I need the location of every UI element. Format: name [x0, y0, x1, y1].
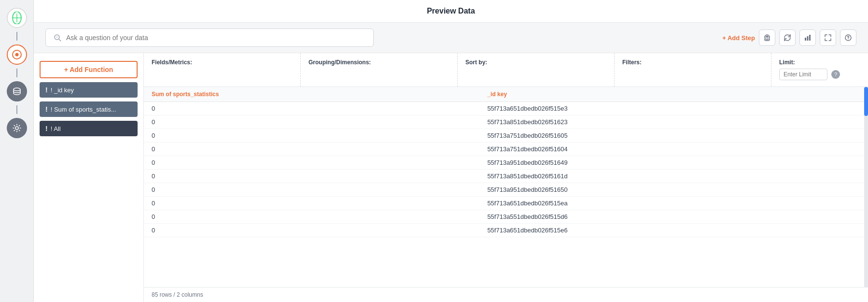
toolbar-row: + Add Step [34, 23, 868, 53]
add-function-button[interactable]: + Add Function [40, 61, 138, 78]
ai-search-icon [53, 33, 62, 43]
table-row: 055f713a851dbedb026f51623 [144, 115, 868, 129]
cell-id: 55f713a851dbedb026f5161d [479, 170, 868, 183]
fields-label: Fields/Metrics: [152, 59, 293, 66]
limit-input[interactable] [779, 69, 827, 80]
logo-icon[interactable] [7, 8, 27, 28]
expand-button[interactable] [820, 29, 836, 46]
sort-label: Sort by: [465, 59, 606, 66]
fields-section: Fields/Metrics: [144, 53, 301, 86]
col-id-key[interactable]: _id key [479, 87, 868, 102]
svg-point-14 [848, 39, 849, 40]
cell-sum: 0 [144, 115, 479, 129]
chart-button[interactable] [799, 29, 816, 46]
table-row: 055f713a751dbedb026f51605 [144, 129, 868, 143]
exclamation-icon: ! [45, 105, 48, 113]
cell-id: 55f713a951dbedb026f51650 [479, 183, 868, 197]
upload-icon [763, 34, 771, 42]
scroll-thumb [864, 87, 868, 116]
function-item-id-key[interactable]: ! ! _id key [40, 82, 138, 98]
table-row: 055f713a951dbedb026f51649 [144, 156, 868, 170]
cell-sum: 0 [144, 129, 479, 143]
nav-connector-1 [16, 32, 17, 41]
chart-icon [804, 34, 812, 42]
cell-sum: 0 [144, 197, 479, 210]
grouping-label: Grouping/Dimensions: [308, 59, 449, 66]
cell-sum: 0 [144, 102, 479, 115]
data-table-wrap: Sum of sports_statistics _id key 055f713… [144, 87, 868, 287]
cell-id: 55f713a951dbedb026f51649 [479, 156, 868, 170]
cell-id: 55f713a651dbedb026f515e3 [479, 102, 868, 115]
cell-sum: 0 [144, 170, 479, 183]
search-input[interactable] [66, 34, 366, 42]
function-item-sum-sports[interactable]: ! ! Sum of sports_statis... [40, 101, 138, 117]
toolbar-right: + Add Step [722, 29, 856, 46]
table-row: 055f713a651dbedb026f515e6 [144, 224, 868, 237]
help-button[interactable] [840, 29, 856, 46]
cell-id: 55f713a851dbedb026f51623 [479, 115, 868, 129]
col-sum-sports[interactable]: Sum of sports_statistics [144, 87, 479, 102]
refresh-button[interactable] [779, 29, 796, 46]
svg-point-4 [15, 53, 18, 57]
help-icon [844, 34, 852, 42]
limit-section: Limit: ? [771, 53, 868, 86]
cell-id: 55f713a651dbedb026f515ea [479, 197, 868, 210]
data-table: Sum of sports_statistics _id key 055f713… [144, 87, 868, 237]
add-step-button[interactable]: + Add Step [722, 34, 755, 42]
table-row: 055f713a551dbedb026f515d6 [144, 210, 868, 224]
data-footer: 85 rows / 2 columns [144, 287, 868, 302]
svg-rect-11 [807, 36, 809, 41]
filters-section: Filters: [615, 53, 771, 86]
refresh-icon [784, 34, 791, 42]
expand-icon [824, 34, 832, 42]
svg-point-5 [14, 88, 20, 91]
body-area: + Add Function ! ! _id key ! ! Sum of sp… [34, 53, 868, 302]
svg-point-6 [15, 127, 18, 129]
svg-point-8 [56, 36, 58, 38]
exclamation-icon: ! [45, 86, 48, 94]
page-title: Preview Data [34, 0, 868, 23]
cell-id: 55f713a751dbedb026f51605 [479, 129, 868, 143]
cell-sum: 0 [144, 156, 479, 170]
cell-sum: 0 [144, 143, 479, 156]
function-item-all[interactable]: ! ! All [40, 121, 138, 136]
table-row: 055f713a951dbedb026f51650 [144, 183, 868, 197]
filters-label: Filters: [622, 59, 763, 66]
nav-connector-2 [16, 69, 17, 77]
left-nav [0, 0, 34, 302]
table-row: 055f713a851dbedb026f5161d [144, 170, 868, 183]
search-bar [45, 29, 374, 47]
cell-sum: 0 [144, 183, 479, 197]
scroll-indicator[interactable] [864, 87, 868, 287]
limit-label: Limit: [779, 59, 860, 66]
right-content: Fields/Metrics: Grouping/Dimensions: Sor… [144, 53, 868, 302]
cell-sum: 0 [144, 224, 479, 237]
filter-bar: Fields/Metrics: Grouping/Dimensions: Sor… [144, 53, 868, 87]
cell-id: 55f713a751dbedb026f51604 [479, 143, 868, 156]
cell-id: 55f713a551dbedb026f515d6 [479, 210, 868, 224]
exclamation-icon: ! [45, 125, 48, 132]
nav-database-icon[interactable] [7, 81, 27, 101]
left-panel: + Add Function ! ! _id key ! ! Sum of sp… [34, 53, 144, 302]
sort-section: Sort by: [458, 53, 615, 86]
table-row: 055f713a651dbedb026f515ea [144, 197, 868, 210]
nav-connector-3 [16, 105, 17, 114]
table-row: 055f713a751dbedb026f51604 [144, 143, 868, 156]
nav-settings-icon[interactable] [7, 118, 27, 138]
main-content: Preview Data + Add Step [34, 0, 868, 302]
table-row: 055f713a651dbedb026f515e3 [144, 102, 868, 115]
cell-id: 55f713a651dbedb026f515e6 [479, 224, 868, 237]
limit-input-wrap: ? [779, 69, 860, 80]
svg-rect-10 [805, 38, 806, 41]
grouping-section: Grouping/Dimensions: [301, 53, 458, 86]
svg-rect-12 [809, 35, 811, 41]
upload-button[interactable] [759, 29, 775, 46]
limit-help-icon[interactable]: ? [831, 70, 840, 79]
cell-sum: 0 [144, 210, 479, 224]
nav-eye-icon[interactable] [7, 44, 27, 65]
